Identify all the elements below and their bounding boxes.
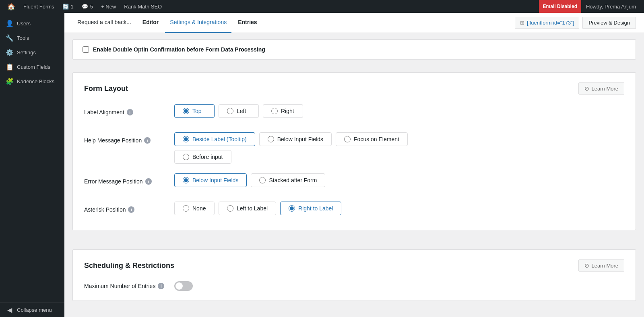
max-entries-info-icon[interactable]: i <box>158 283 164 289</box>
sidebar-item-tools[interactable]: 🔧 Tools <box>0 31 64 45</box>
help-below-input[interactable]: Below Input Fields <box>259 132 332 146</box>
max-entries-label: Maximum Number of Entries i <box>84 283 165 289</box>
sidebar-custom-fields-label: Custom Fields <box>17 64 50 70</box>
label-alignment-info-icon[interactable]: i <box>127 109 133 115</box>
asterisk-none[interactable]: None <box>174 202 215 215</box>
new-label: + New <box>101 4 116 10</box>
help-message-position-row: Help Message Position i Beside Label (To… <box>84 132 624 164</box>
sub-nav: Request a call back... Editor Settings &… <box>64 13 644 33</box>
error-below-input[interactable]: Below Input Fields <box>174 173 247 187</box>
sidebar-kadence-label: Kadence Blocks <box>17 78 54 84</box>
sidebar-item-settings[interactable]: ⚙️ Settings <box>0 45 64 60</box>
scheduling-learn-more-button[interactable]: ⊙ Learn More <box>578 259 624 272</box>
app-body: 👤 Users 🔧 Tools ⚙️ Settings 📋 Custom Fie… <box>0 13 644 317</box>
site-name-label: Fluent Forms <box>23 4 54 10</box>
scheduling-restrictions-card: Scheduling & Restrictions ⊙ Learn More M… <box>72 249 636 301</box>
sidebar-item-collapse-menu[interactable]: ◀ Collapse menu <box>0 303 64 317</box>
sub-nav-right: ⊞ [fluentform id="173"] Preview & Design <box>515 17 636 29</box>
label-alignment-right[interactable]: Right <box>263 104 303 118</box>
custom-fields-icon: 📋 <box>6 63 14 71</box>
middle-spacer <box>64 60 644 66</box>
asterisk-position-label: Asterisk Position i <box>84 202 165 213</box>
help-before-input[interactable]: Before input <box>174 150 231 164</box>
help-focus-on-element[interactable]: Focus on Element <box>336 132 408 146</box>
scheduling-title: Scheduling & Restrictions ⊙ Learn More <box>84 259 624 272</box>
toggle-track <box>174 281 193 291</box>
rank-math[interactable]: Rank Math SEO <box>120 0 166 13</box>
kadence-icon: 🧩 <box>6 78 14 85</box>
toggle-thumb <box>175 282 183 290</box>
updates[interactable]: 🔄 1 <box>58 0 78 13</box>
tab-entries[interactable]: Entries <box>233 13 262 33</box>
tab-editor[interactable]: Editor <box>138 13 163 33</box>
asterisk-left-to-label[interactable]: Left to Label <box>219 202 276 215</box>
sidebar-settings-label: Settings <box>17 49 36 56</box>
top-spacer <box>64 33 644 39</box>
settings-icon: ⚙️ <box>6 49 14 56</box>
double-optin-checkbox[interactable] <box>83 46 89 53</box>
sidebar-collapse-label: Collapse menu <box>17 307 52 313</box>
label-alignment-left[interactable]: Left <box>219 104 259 118</box>
collapse-icon: ◀ <box>6 306 14 314</box>
comments[interactable]: 💬 5 <box>78 0 97 13</box>
new-content[interactable]: + New <box>97 0 120 13</box>
updates-count: 1 <box>71 4 74 10</box>
users-icon: 👤 <box>6 20 14 27</box>
double-optin-label[interactable]: Enable Double Optin Confirmation before … <box>93 46 265 53</box>
learn-more-icon: ⊙ <box>584 85 589 92</box>
sidebar: 👤 Users 🔧 Tools ⚙️ Settings 📋 Custom Fie… <box>0 13 64 317</box>
preview-design-button[interactable]: Preview & Design <box>582 17 636 29</box>
scheduling-learn-more-icon: ⊙ <box>584 262 589 269</box>
shortcode-box[interactable]: ⊞ [fluentform id="173"] <box>515 17 579 29</box>
help-message-info-icon[interactable]: i <box>144 137 151 144</box>
max-entries-row: Maximum Number of Entries i <box>84 281 624 291</box>
shortcode-icon: ⊞ <box>520 20 524 26</box>
bottom-spacer <box>64 237 644 243</box>
main-scroll: Enable Double Optin Confirmation before … <box>64 33 644 317</box>
form-layout-card: Form Layout ⊙ Learn More Label Alignment… <box>72 72 636 230</box>
label-alignment-label: Label Alignment i <box>84 104 165 115</box>
error-stacked-after-form[interactable]: Stacked after Form <box>251 173 325 187</box>
help-message-options: Beside Label (Tooltip) Below Input Field… <box>174 132 624 164</box>
comments-count: 5 <box>90 4 93 10</box>
rank-math-label: Rank Math SEO <box>124 4 162 10</box>
asterisk-position-info-icon[interactable]: i <box>128 206 134 213</box>
form-layout-learn-more-button[interactable]: ⊙ Learn More <box>578 82 624 95</box>
wp-logo[interactable]: 🏠 <box>3 0 19 13</box>
label-alignment-top[interactable]: Top <box>174 104 215 118</box>
email-disabled-badge: Email Disabled <box>539 0 581 13</box>
content-area: Request a call back... Editor Settings &… <box>64 13 644 317</box>
tab-request-call-back[interactable]: Request a call back... <box>72 13 136 33</box>
help-message-row2: Before input <box>174 150 624 164</box>
double-optin-row: Enable Double Optin Confirmation before … <box>83 46 626 53</box>
max-entries-toggle[interactable] <box>174 281 193 291</box>
admin-bar-right: Email Disabled Howdy, Prema Anjum <box>539 0 641 13</box>
sidebar-item-kadence-blocks[interactable]: 🧩 Kadence Blocks <box>0 74 64 89</box>
wp-icon: 🏠 <box>7 3 15 10</box>
admin-bar: 🏠 Fluent Forms 🔄 1 💬 5 + New Rank Math S… <box>0 0 644 13</box>
help-message-position-label: Help Message Position i <box>84 132 165 144</box>
double-optin-card: Enable Double Optin Confirmation before … <box>72 39 636 60</box>
sidebar-users-label: Users <box>17 21 31 27</box>
shortcode-text: [fluentform id="173"] <box>527 20 574 26</box>
help-message-row1: Beside Label (Tooltip) Below Input Field… <box>174 132 624 146</box>
error-message-options: Below Input Fields Stacked after Form <box>174 173 624 187</box>
error-message-position-row: Error Message Position i Below Input Fie… <box>84 173 624 192</box>
error-message-position-label: Error Message Position i <box>84 173 165 185</box>
asterisk-position-options: None Left to Label Right to Label <box>174 202 624 215</box>
tab-settings-integrations[interactable]: Settings & Integrations <box>165 13 231 33</box>
tools-icon: 🔧 <box>6 34 14 42</box>
asterisk-position-row: Asterisk Position i None Left to Label <box>84 202 624 220</box>
sidebar-item-users[interactable]: 👤 Users <box>0 16 64 31</box>
sidebar-item-custom-fields[interactable]: 📋 Custom Fields <box>0 60 64 74</box>
updates-icon: 🔄 <box>62 4 69 10</box>
error-message-info-icon[interactable]: i <box>145 178 152 185</box>
help-beside-label[interactable]: Beside Label (Tooltip) <box>174 132 255 146</box>
asterisk-right-to-label[interactable]: Right to Label <box>280 202 341 215</box>
site-name[interactable]: Fluent Forms <box>19 0 58 13</box>
form-layout-title: Form Layout ⊙ Learn More <box>84 82 624 95</box>
sidebar-tools-label: Tools <box>17 35 29 41</box>
comments-icon: 💬 <box>82 4 88 10</box>
howdy-item[interactable]: Howdy, Prema Anjum <box>581 0 641 13</box>
label-alignment-options: Top Left Right <box>174 104 624 118</box>
